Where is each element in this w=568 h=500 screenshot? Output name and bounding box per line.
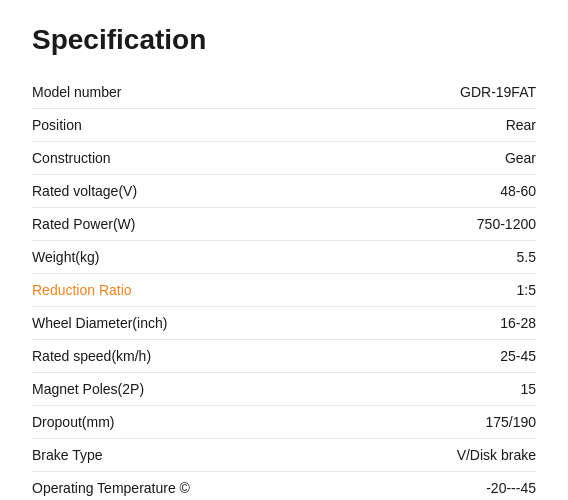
spec-value: 175/190 bbox=[309, 406, 536, 439]
spec-label: Rated speed(km/h) bbox=[32, 340, 309, 373]
spec-value: 5.5 bbox=[309, 241, 536, 274]
spec-value: 15 bbox=[309, 373, 536, 406]
table-row: Magnet Poles(2P)15 bbox=[32, 373, 536, 406]
spec-label: Weight(kg) bbox=[32, 241, 309, 274]
spec-container: Specification Model numberGDR-19FATPosit… bbox=[0, 0, 568, 500]
table-row: Rated voltage(V)48-60 bbox=[32, 175, 536, 208]
spec-value: 16-28 bbox=[309, 307, 536, 340]
spec-value: GDR-19FAT bbox=[309, 76, 536, 109]
spec-label: Rated voltage(V) bbox=[32, 175, 309, 208]
table-row: Wheel Diameter(inch)16-28 bbox=[32, 307, 536, 340]
spec-label: Rated Power(W) bbox=[32, 208, 309, 241]
table-row: Rated speed(km/h)25-45 bbox=[32, 340, 536, 373]
spec-value: 1:5 bbox=[309, 274, 536, 307]
table-row: Operating Temperature ©-20---45 bbox=[32, 472, 536, 501]
table-row: Reduction Ratio1:5 bbox=[32, 274, 536, 307]
table-row: Model numberGDR-19FAT bbox=[32, 76, 536, 109]
page-title: Specification bbox=[32, 24, 536, 56]
spec-label: Brake Type bbox=[32, 439, 309, 472]
spec-label: Magnet Poles(2P) bbox=[32, 373, 309, 406]
spec-label: Reduction Ratio bbox=[32, 274, 309, 307]
spec-label: Dropout(mm) bbox=[32, 406, 309, 439]
spec-value: 750-1200 bbox=[309, 208, 536, 241]
spec-table: Model numberGDR-19FATPositionRearConstru… bbox=[32, 76, 536, 500]
spec-label: Position bbox=[32, 109, 309, 142]
spec-label: Model number bbox=[32, 76, 309, 109]
spec-value: Gear bbox=[309, 142, 536, 175]
spec-label: Wheel Diameter(inch) bbox=[32, 307, 309, 340]
table-row: Weight(kg)5.5 bbox=[32, 241, 536, 274]
spec-value: Rear bbox=[309, 109, 536, 142]
table-row: Brake TypeV/Disk brake bbox=[32, 439, 536, 472]
spec-value: -20---45 bbox=[309, 472, 536, 501]
table-row: ConstructionGear bbox=[32, 142, 536, 175]
spec-value: V/Disk brake bbox=[309, 439, 536, 472]
spec-label: Operating Temperature © bbox=[32, 472, 309, 501]
table-row: Dropout(mm)175/190 bbox=[32, 406, 536, 439]
spec-value: 25-45 bbox=[309, 340, 536, 373]
table-row: PositionRear bbox=[32, 109, 536, 142]
table-row: Rated Power(W)750-1200 bbox=[32, 208, 536, 241]
spec-value: 48-60 bbox=[309, 175, 536, 208]
spec-label: Construction bbox=[32, 142, 309, 175]
